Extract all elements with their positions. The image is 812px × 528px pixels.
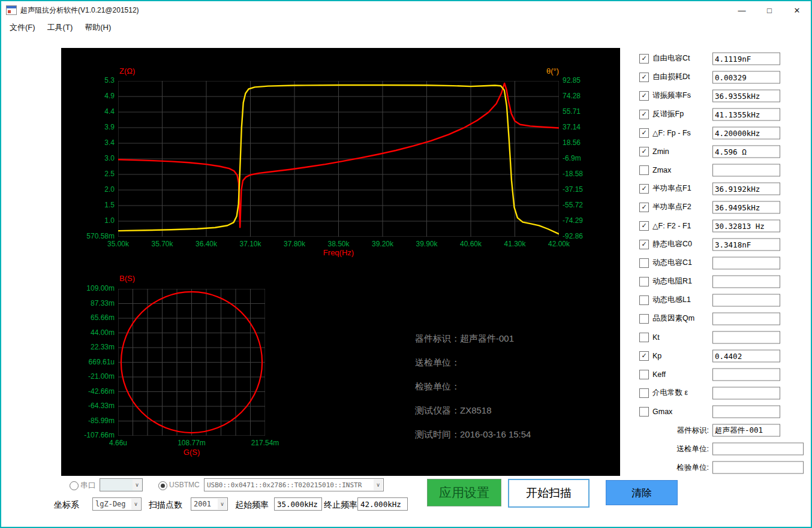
result-value-input-0[interactable] (712, 52, 780, 65)
result-value-input-12[interactable] (712, 275, 780, 288)
field-label: 送检单位: (637, 443, 709, 454)
result-label: 动态电容C1 (652, 258, 692, 268)
field-row-1: 送检单位: (637, 439, 811, 458)
result-value-input-17[interactable] (712, 368, 780, 381)
scan-points-value: 2001 (194, 500, 211, 508)
result-checkbox-14[interactable] (639, 314, 649, 324)
result-value-input-6[interactable] (712, 164, 780, 176)
g-axis-label: G(S) (118, 448, 265, 457)
coord-system-combo[interactable]: lgZ-Deg ∨ (92, 497, 142, 511)
axis-tick-label: 3.9 (61, 123, 115, 131)
start-freq-input[interactable] (274, 497, 322, 511)
result-checkbox-18[interactable] (639, 388, 649, 398)
result-value-input-15[interactable] (712, 331, 780, 343)
result-value-input-10[interactable] (712, 238, 780, 251)
result-checkbox-9[interactable]: ✓ (639, 221, 649, 231)
chevron-down-icon: ∨ (218, 499, 227, 509)
result-label: 品质因素Qm (652, 313, 694, 324)
axis-tick-label: 37.10k (229, 240, 272, 248)
axis-tick-label: 669.61u (61, 358, 115, 366)
result-checkbox-15[interactable] (639, 333, 649, 342)
result-value-input-3[interactable] (712, 108, 780, 120)
axis-tick-label: -18.58 (563, 170, 618, 178)
result-label: 反谐振Fp (652, 109, 684, 119)
close-button[interactable]: ✕ (783, 1, 811, 19)
result-checkbox-0[interactable]: ✓ (639, 54, 649, 64)
stop-freq-input[interactable] (357, 497, 408, 511)
chevron-down-icon: ∨ (374, 479, 383, 490)
axis-tick-label: -92.86 (563, 232, 618, 240)
result-value-input-11[interactable] (712, 257, 780, 269)
result-row-0: ✓自由电容Ct (637, 49, 811, 68)
usbtmc-radio[interactable] (158, 481, 167, 490)
result-checkbox-12[interactable] (639, 277, 649, 286)
result-checkbox-8[interactable]: ✓ (639, 203, 649, 212)
axis-tick-label: 217.54m (241, 439, 289, 447)
field-value-input-1[interactable] (712, 442, 804, 455)
result-value-input-4[interactable] (712, 126, 780, 139)
axis-tick-label: 2.0 (61, 185, 115, 194)
axis-tick-label: -64.33m (61, 402, 115, 410)
result-row-4: ✓△F: Fp - Fs (637, 123, 811, 142)
app-icon (6, 5, 17, 15)
menu-file[interactable]: 文件(F) (4, 19, 41, 36)
result-label: 动态电感L1 (652, 295, 691, 305)
axis-tick-label: 1.0 (61, 216, 115, 225)
clear-button[interactable]: 清除 (606, 480, 678, 505)
result-checkbox-5[interactable]: ✓ (639, 147, 649, 156)
result-checkbox-1[interactable]: ✓ (639, 73, 649, 82)
freq-axis-label: Freq(Hz) (118, 248, 559, 257)
result-label: 静态电容C0 (652, 239, 692, 249)
axis-tick-label: 18.56 (563, 138, 618, 147)
field-value-input-2[interactable] (712, 461, 804, 473)
result-checkbox-19[interactable] (639, 407, 649, 417)
scan-points-combo[interactable]: 2001 ∨ (191, 497, 228, 511)
result-checkbox-10[interactable]: ✓ (639, 240, 649, 249)
apply-settings-button[interactable]: 应用设置 (427, 479, 501, 506)
result-checkbox-6[interactable] (639, 165, 649, 175)
z-axis-title: Z(Ω) (119, 67, 135, 76)
result-row-13: 动态电感L1 (637, 291, 811, 309)
result-value-input-19[interactable] (712, 405, 780, 418)
result-checkbox-11[interactable] (639, 258, 649, 268)
result-label: 自由电容Ct (652, 53, 690, 64)
maximize-button[interactable]: □ (756, 1, 783, 19)
result-checkbox-7[interactable]: ✓ (639, 184, 649, 194)
result-row-5: ✓Zmin (637, 142, 811, 161)
menu-help[interactable]: 帮助(H) (79, 19, 117, 36)
result-row-7: ✓半功率点F1 (637, 179, 811, 198)
serial-radio[interactable] (70, 481, 79, 490)
field-value-input-0[interactable] (712, 424, 780, 436)
result-value-input-7[interactable] (712, 182, 780, 195)
result-row-19: Gmax (637, 402, 811, 421)
result-label: Zmax (652, 166, 671, 174)
result-checkbox-17[interactable] (639, 370, 649, 379)
axis-tick-label: 35.70k (141, 240, 184, 248)
result-checkbox-16[interactable]: ✓ (639, 351, 649, 361)
result-value-input-14[interactable] (712, 312, 780, 325)
serial-port-combo[interactable]: ∨ (100, 478, 143, 491)
axis-tick-label: 22.33m (61, 343, 115, 351)
result-value-input-16[interactable] (712, 349, 780, 362)
chart-panel: Z(Ω) θ(°) Freq(Hz) B(S) G(S) 器件标识：超声器件-0… (61, 48, 620, 476)
result-checkbox-3[interactable]: ✓ (639, 110, 649, 119)
result-checkbox-2[interactable]: ✓ (639, 91, 649, 101)
result-value-input-1[interactable] (712, 71, 780, 83)
start-scan-button[interactable]: 开始扫描 (508, 479, 590, 508)
b-axis-title: B(S) (119, 274, 135, 283)
usbtmc-address-combo[interactable]: USB0::0x0471::0x2786::T020215010::INSTR … (204, 478, 384, 491)
result-value-input-9[interactable] (712, 219, 780, 232)
result-checkbox-13[interactable] (639, 295, 649, 305)
result-row-17: Keff (637, 365, 811, 384)
result-value-input-13[interactable] (712, 294, 780, 306)
result-value-input-18[interactable] (712, 387, 780, 399)
result-label: 自由损耗Dt (652, 72, 690, 82)
axis-tick-label: 39.20k (361, 240, 404, 248)
result-checkbox-4[interactable]: ✓ (639, 128, 649, 138)
axis-tick-label: -107.66m (61, 431, 115, 439)
menu-tools[interactable]: 工具(T) (41, 19, 79, 36)
result-value-input-8[interactable] (712, 201, 780, 213)
result-value-input-2[interactable] (712, 89, 780, 102)
minimize-button[interactable]: — (728, 1, 756, 19)
result-value-input-5[interactable] (712, 145, 780, 158)
